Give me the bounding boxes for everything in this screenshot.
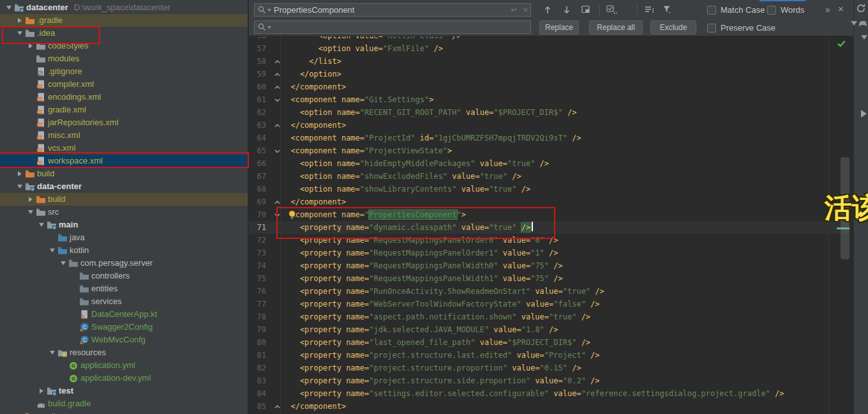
tree-item-vcs-xml[interactable]: <>vcs.xml [0, 142, 248, 155]
refresh-icon[interactable] [856, 3, 866, 13]
chevron-right-icon[interactable] [15, 171, 25, 176]
code-text[interactable]: <property name="RequestMappingsPanelWidt… [281, 259, 563, 272]
code-text[interactable]: <component name="Git.Settings"> [281, 93, 433, 106]
code-text[interactable]: <option value="FxmlFile" /> [281, 42, 443, 55]
code-text[interactable]: <property name="settings.editor.selected… [281, 387, 784, 400]
code-text[interactable]: <property name="project.structure.side.p… [281, 374, 600, 387]
tree-item-modules[interactable]: modules [0, 52, 248, 65]
tree-item-build[interactable]: build [0, 167, 248, 180]
close-search-icon[interactable]: × [838, 3, 844, 14]
code-line-67[interactable]: 67 <option name="showExcludedFiles" valu… [249, 170, 849, 183]
code-line-84[interactable]: 84 <property name="settings.editor.selec… [249, 387, 849, 400]
line-number[interactable]: 84 [249, 387, 266, 400]
tree-item-misc-xml[interactable]: <>misc.xml [0, 129, 248, 142]
line-number[interactable]: 56 [249, 36, 266, 42]
line-number[interactable]: 65 [249, 144, 266, 157]
chevron-down-icon[interactable] [36, 223, 47, 227]
code-line-59[interactable]: 59 </option> [249, 68, 849, 80]
exclude-button[interactable]: Exclude [650, 20, 696, 34]
code-line-69[interactable]: 69 </component> [249, 195, 849, 208]
line-number[interactable]: 57 [249, 42, 266, 55]
preserve-case-checkbox[interactable]: Preserve Case [707, 23, 775, 33]
code-text[interactable]: <property name="aspect.path.notification… [281, 310, 590, 323]
tree-item-encodings-xml[interactable]: <>encodings.xml [0, 91, 248, 103]
code-line-77[interactable]: 77 <property name="WebServerToolWindowFa… [249, 298, 849, 310]
tree-item-compiler-xml[interactable]: <>compiler.xml [0, 78, 248, 91]
line-number[interactable]: 74 [249, 259, 266, 272]
words-checkbox[interactable]: Words [767, 5, 804, 15]
more-options-icon[interactable]: » [825, 4, 830, 15]
code-text[interactable]: <property name="RunOnceActivity.ShowRead… [281, 285, 604, 298]
chevron-down-icon[interactable] [47, 249, 57, 252]
tree-item-swagger2config[interactable]: CSwagger2Config [0, 321, 248, 334]
code-line-60[interactable]: 60 </component> [249, 80, 849, 93]
tree-item-gitignore[interactable]: .gitignore [0, 65, 248, 78]
code-line-58[interactable]: 58 </list> [249, 55, 849, 68]
chevron-down-icon[interactable] [15, 31, 25, 35]
previous-occurrence-icon[interactable] [544, 5, 551, 15]
overlay-tool-icon[interactable] [858, 20, 867, 27]
tree-item-webmvcconfg[interactable]: CWebMvcConfg [0, 334, 248, 346]
inspections-ok-icon[interactable] [837, 39, 846, 50]
replace-field[interactable] [254, 20, 531, 34]
code-text[interactable]: <component name="ProjectId" id="1gjCbUMR… [281, 132, 581, 144]
code-line-81[interactable]: 81 <property name="project.structure.las… [249, 349, 849, 362]
line-number[interactable]: 68 [249, 183, 266, 195]
fold-marker-icon[interactable] [274, 208, 281, 221]
tree-item-codestyles[interactable]: codeStyles [0, 40, 248, 52]
line-number[interactable]: 63 [249, 119, 266, 132]
code-text[interactable]: <component name="PropertiesComponent"> [281, 208, 466, 221]
chevron-down-icon[interactable] [4, 6, 14, 10]
code-text[interactable]: <property name="RequestMappingsPanelOrde… [281, 234, 558, 247]
chevron-down-icon[interactable] [26, 210, 36, 214]
tree-item-application-dev-yml[interactable]: application-dev.yml [0, 372, 248, 385]
code-line-68[interactable]: 68 <option name="showLibraryContents" va… [249, 183, 849, 195]
tree-item-workspace-xml[interactable]: <>workspace.xml [0, 155, 248, 167]
code-text[interactable]: </component> [281, 195, 346, 208]
chevron-down-icon[interactable] [58, 261, 68, 265]
line-number[interactable]: 71 [249, 221, 266, 234]
fold-marker-icon[interactable] [274, 55, 281, 68]
line-number[interactable]: 72 [249, 234, 266, 247]
code-line-66[interactable]: 66 <option name="hideEmptyMiddlePackages… [249, 157, 849, 170]
tree-item-build[interactable]: build [0, 193, 248, 206]
match-case-box[interactable] [707, 6, 716, 15]
tree-item-kotlin[interactable]: kotlin [0, 244, 248, 257]
tree-item-test[interactable]: test [0, 385, 248, 397]
code-text[interactable]: <property name="last_opened_file_path" v… [281, 336, 590, 349]
code-line-71[interactable]: 71 <property name="dynamic.classpath" va… [249, 221, 849, 234]
code-line-76[interactable]: 76 <property name="RunOnceActivity.ShowR… [249, 285, 849, 298]
overlay-dropdown-icon[interactable] [861, 35, 867, 40]
code-text[interactable]: <property name="RequestMappingsPanelWidt… [281, 272, 563, 285]
chevron-down-icon[interactable] [15, 185, 25, 188]
code-line-73[interactable]: 73 <property name="RequestMappingsPanelO… [249, 247, 849, 259]
code-text[interactable]: <property name="dynamic.classpath" value… [281, 221, 533, 234]
chevron-right-icon[interactable] [26, 43, 36, 49]
replace-history-arrow-icon[interactable] [267, 26, 271, 29]
line-number[interactable]: 62 [249, 106, 266, 119]
line-number[interactable]: 58 [249, 55, 266, 68]
code-text[interactable]: <option value="Kotlin Class" /> [281, 36, 461, 42]
tree-item-entities[interactable]: entities [0, 282, 248, 295]
replace-all-button[interactable]: Replace all [589, 20, 643, 34]
line-number[interactable]: 78 [249, 310, 266, 323]
code-text[interactable]: </list> [281, 55, 341, 68]
code-text[interactable]: </component> [281, 80, 346, 93]
replace-button[interactable]: Replace [539, 20, 579, 34]
editor-scrollbar-thumb[interactable] [841, 157, 849, 259]
tree-item-main[interactable]: main [0, 218, 248, 231]
line-number[interactable]: 83 [249, 374, 266, 387]
code-line-72[interactable]: 72 <property name="RequestMappingsPanelO… [249, 234, 849, 247]
chevron-right-icon[interactable] [15, 18, 25, 23]
line-number[interactable]: 75 [249, 272, 266, 285]
chevron-right-icon[interactable] [36, 388, 47, 394]
code-line-79[interactable]: 79 <property name="jdk.selected.JAVA_MOD… [249, 323, 849, 336]
tree-item-jarrepositories-xml[interactable]: <>jarRepositories.xml [0, 116, 248, 129]
line-number[interactable]: 80 [249, 336, 266, 349]
code-line-64[interactable]: 64 <component name="ProjectId" id="1gjCb… [249, 132, 849, 144]
code-line-80[interactable]: 80 <property name="last_opened_file_path… [249, 336, 849, 349]
line-number[interactable]: 85 [249, 400, 266, 413]
error-stripe-mark[interactable] [837, 227, 849, 229]
line-number[interactable]: 66 [249, 157, 266, 170]
line-number[interactable]: 67 [249, 170, 266, 183]
